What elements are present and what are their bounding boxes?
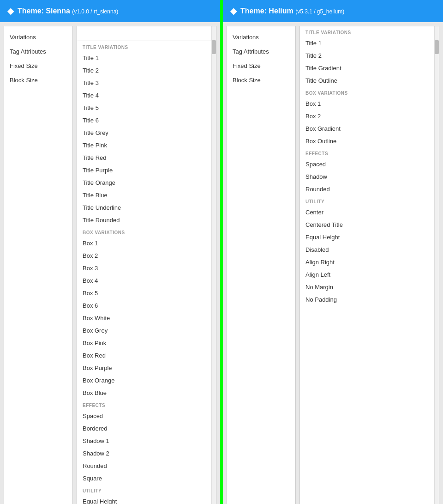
dropdown-item-equal-height[interactable]: Equal Height xyxy=(300,231,439,243)
dropdown-item-box-5[interactable]: Box 5 xyxy=(77,287,216,299)
dropdown-item-box-red[interactable]: Box Red xyxy=(77,349,216,362)
left-search-input[interactable] xyxy=(77,26,216,41)
sidebar-item-tag-attributes[interactable]: Tag Attributes xyxy=(4,44,72,59)
right-panel-title: Theme: Helium (v5.3.1 / g5_helium) xyxy=(240,7,344,15)
dropdown-item-box-pink[interactable]: Box Pink xyxy=(77,337,216,349)
dropdown-item-title-2[interactable]: Title 2 xyxy=(300,49,439,62)
right-sidebar-item-tag-attributes[interactable]: Tag Attributes xyxy=(227,44,295,59)
dropdown-item-title-rounded[interactable]: Title Rounded xyxy=(77,214,216,226)
dropdown-item-box-1[interactable]: Box 1 xyxy=(77,237,216,249)
sidebar-item-fixed-size[interactable]: Fixed Size xyxy=(4,59,72,73)
dropdown-item-title-1[interactable]: Title 1 xyxy=(77,52,216,64)
sidebar-item-block-size[interactable]: Block Size xyxy=(4,73,72,87)
left-main-area: TITLE VARIATIONSTitle 1Title 2Title 3Tit… xyxy=(77,26,216,504)
right-sidebar-item-variations[interactable]: Variations xyxy=(227,30,295,44)
left-sidebar: Variations Tag Attributes Fixed Size Blo… xyxy=(4,26,73,504)
dropdown-item-center[interactable]: Center xyxy=(300,206,439,219)
left-panel-body: Variations Tag Attributes Fixed Size Blo… xyxy=(0,22,220,504)
dropdown-item-shadow-1[interactable]: Shadow 1 xyxy=(77,435,216,447)
right-dropdown-list: TITLE VARIATIONSTitle 1Title 2Title Grad… xyxy=(300,26,439,306)
dropdown-item-box-4[interactable]: Box 4 xyxy=(77,274,216,287)
dropdown-item-rounded[interactable]: Rounded xyxy=(300,183,439,195)
right-main-area: TITLE VARIATIONSTitle 1Title 2Title Grad… xyxy=(299,26,439,504)
dropdown-item-title-5[interactable]: Title 5 xyxy=(77,102,216,114)
section-header-box-variations: BOX VARIATIONS xyxy=(77,226,216,237)
section-header-effects: EFFECTS xyxy=(300,147,439,158)
dropdown-item-title-4[interactable]: Title 4 xyxy=(77,89,216,102)
dropdown-item-box-orange[interactable]: Box Orange xyxy=(77,374,216,387)
dropdown-item-title-grey[interactable]: Title Grey xyxy=(77,127,216,139)
dropdown-item-title-1[interactable]: Title 1 xyxy=(300,37,439,49)
dropdown-item-shadow[interactable]: Shadow xyxy=(300,170,439,183)
right-sidebar-item-fixed-size[interactable]: Fixed Size xyxy=(227,59,295,73)
dropdown-item-title-purple[interactable]: Title Purple xyxy=(77,164,216,176)
right-dropdown-container[interactable]: TITLE VARIATIONSTitle 1Title 2Title Grad… xyxy=(299,26,439,504)
dropdown-item-title-orange[interactable]: Title Orange xyxy=(77,176,216,189)
section-header-effects: EFFECTS xyxy=(77,399,216,410)
dropdown-item-no-padding[interactable]: No Padding xyxy=(300,293,439,306)
dropdown-item-box-grey[interactable]: Box Grey xyxy=(77,324,216,337)
dropdown-item-box-2[interactable]: Box 2 xyxy=(77,249,216,262)
right-theme-version: (v5.3.1 / g5_helium) xyxy=(295,8,344,15)
dropdown-item-spaced[interactable]: Spaced xyxy=(77,410,216,422)
dropdown-item-title-3[interactable]: Title 3 xyxy=(77,77,216,89)
left-drop-icon: ◆ xyxy=(7,6,14,16)
dropdown-item-rounded[interactable]: Rounded xyxy=(77,460,216,472)
right-panel-body: Variations Tag Attributes Fixed Size Blo… xyxy=(223,22,443,504)
dropdown-item-title-gradient[interactable]: Title Gradient xyxy=(300,62,439,74)
dropdown-item-title-blue[interactable]: Title Blue xyxy=(77,189,216,201)
right-scrollbar-track[interactable] xyxy=(434,26,439,504)
right-scrollbar-thumb[interactable] xyxy=(435,40,439,54)
dropdown-item-equal-height[interactable]: Equal Height xyxy=(77,495,216,504)
right-panel: ◆ Theme: Helium (v5.3.1 / g5_helium) Var… xyxy=(223,0,443,504)
dropdown-item-title-underline[interactable]: Title Underline xyxy=(77,201,216,214)
right-sidebar-item-block-size[interactable]: Block Size xyxy=(227,73,295,87)
section-header-box-variations: BOX VARIATIONS xyxy=(300,87,439,97)
right-panel-header: ◆ Theme: Helium (v5.3.1 / g5_helium) xyxy=(223,0,443,22)
dropdown-item-title-2[interactable]: Title 2 xyxy=(77,64,216,77)
sidebar-item-variations[interactable]: Variations xyxy=(4,30,72,44)
dropdown-item-box-purple[interactable]: Box Purple xyxy=(77,362,216,374)
dropdown-item-title-red[interactable]: Title Red xyxy=(77,152,216,164)
dropdown-item-box-outline[interactable]: Box Outline xyxy=(300,135,439,147)
dropdown-item-title-6[interactable]: Title 6 xyxy=(77,114,216,127)
dropdown-item-box-gradient[interactable]: Box Gradient xyxy=(300,122,439,135)
left-content-row: Variations Tag Attributes Fixed Size Blo… xyxy=(4,26,216,504)
dropdown-item-disabled[interactable]: Disabled xyxy=(300,243,439,256)
left-panel-title: Theme: Sienna (v1.0.0 / rt_sienna) xyxy=(18,7,118,15)
left-theme-version: (v1.0.0 / rt_sienna) xyxy=(72,8,118,15)
section-header-utility: UTILITY xyxy=(300,195,439,206)
dropdown-item-box-3[interactable]: Box 3 xyxy=(77,262,216,274)
right-theme-name: Theme: Helium xyxy=(240,7,293,15)
dropdown-item-no-margin[interactable]: No Margin xyxy=(300,281,439,293)
left-panel-header: ◆ Theme: Sienna (v1.0.0 / rt_sienna) xyxy=(0,0,220,22)
dropdown-item-spaced[interactable]: Spaced xyxy=(300,158,439,170)
section-header-title-variations: TITLE VARIATIONS xyxy=(77,41,216,52)
left-theme-name: Theme: Sienna xyxy=(18,7,70,15)
left-scrollbar-track[interactable] xyxy=(211,26,216,504)
right-content-row: Variations Tag Attributes Fixed Size Blo… xyxy=(227,26,439,504)
dropdown-item-shadow-2[interactable]: Shadow 2 xyxy=(77,447,216,460)
dropdown-item-square[interactable]: Square xyxy=(77,472,216,485)
dropdown-item-centered-title[interactable]: Centered Title xyxy=(300,219,439,231)
left-panel: ◆ Theme: Sienna (v1.0.0 / rt_sienna) Var… xyxy=(0,0,220,504)
right-drop-icon: ◆ xyxy=(230,6,237,16)
dropdown-item-box-2[interactable]: Box 2 xyxy=(300,110,439,122)
dropdown-item-bordered[interactable]: Bordered xyxy=(77,422,216,435)
left-dropdown-list: TITLE VARIATIONSTitle 1Title 2Title 3Tit… xyxy=(77,41,216,504)
dropdown-item-box-6[interactable]: Box 6 xyxy=(77,299,216,312)
section-header-title-variations: TITLE VARIATIONS xyxy=(300,26,439,37)
right-sidebar: Variations Tag Attributes Fixed Size Blo… xyxy=(227,26,296,504)
dropdown-item-align-left[interactable]: Align Left xyxy=(300,268,439,281)
dropdown-item-box-blue[interactable]: Box Blue xyxy=(77,387,216,399)
dropdown-item-box-1[interactable]: Box 1 xyxy=(300,97,439,110)
dropdown-item-box-white[interactable]: Box White xyxy=(77,312,216,324)
dropdown-item-align-right[interactable]: Align Right xyxy=(300,256,439,268)
dropdown-item-title-outline[interactable]: Title Outline xyxy=(300,74,439,87)
dropdown-item-title-pink[interactable]: Title Pink xyxy=(77,139,216,152)
left-scrollbar-thumb[interactable] xyxy=(212,40,216,54)
section-header-utility: UTILITY xyxy=(77,485,216,495)
left-dropdown-container[interactable]: TITLE VARIATIONSTitle 1Title 2Title 3Tit… xyxy=(77,26,216,504)
